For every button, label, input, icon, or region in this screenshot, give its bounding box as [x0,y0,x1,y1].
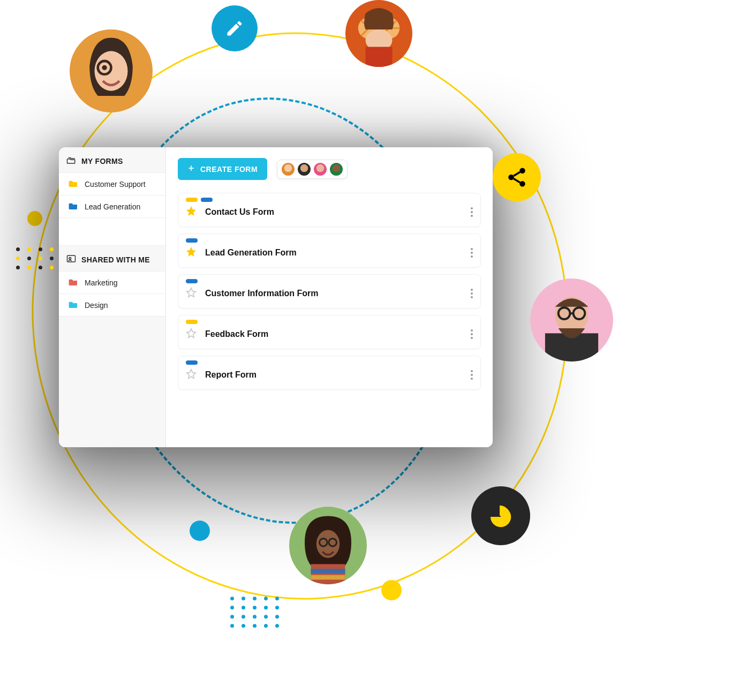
form-title: Lead Generation Form [205,248,460,258]
tag-pill [186,360,198,365]
decorative-dot [381,580,402,600]
form-tags [186,198,473,202]
form-tags [186,360,473,365]
form-row[interactable]: Lead Generation Form [178,234,481,268]
svg-point-0 [519,168,525,174]
star-icon[interactable] [186,206,197,219]
avatar [281,162,296,177]
decorative-avatar [289,507,367,584]
create-form-button[interactable]: CREATE FORM [178,158,267,180]
plus-icon [187,164,195,174]
sidebar-section-title: MY FORMS [81,157,123,165]
avatar [329,162,344,177]
form-row[interactable]: Customer Information Form [178,274,481,308]
share-icon [493,153,541,201]
decorative-dot [190,521,210,541]
star-icon[interactable] [186,287,197,300]
sidebar-section-shared: SHARED WITH ME [59,245,165,271]
pencil-icon [212,5,258,51]
tag-pill [201,198,213,202]
decorative-dot-grid [16,247,54,269]
more-options-icon[interactable] [469,205,473,219]
avatar [297,162,312,177]
decorative-avatar [530,279,613,362]
svg-rect-23 [311,564,345,584]
sidebar: MY FORMS Customer Support Lead Generatio… [59,147,166,447]
decorative-dot [27,211,42,226]
svg-point-27 [69,257,71,259]
form-row[interactable]: Report Form [178,356,481,390]
topbar: CREATE FORM [178,158,481,180]
svg-point-2 [519,181,525,187]
form-tags [186,279,473,283]
svg-point-1 [508,175,514,180]
folder-icon [69,300,78,310]
sidebar-item-label: Lead Generation [85,202,140,211]
svg-rect-12 [366,47,393,67]
sidebar-item-marketing[interactable]: Marketing [59,271,165,293]
create-form-label: CREATE FORM [200,165,258,174]
svg-point-7 [102,65,107,70]
form-title: Contact Us Form [205,207,460,217]
folder-icon [69,278,78,287]
sidebar-item-design[interactable]: Design [59,293,165,317]
form-row[interactable]: Contact Us Form [178,193,481,227]
folders-icon [66,156,76,166]
sidebar-item-label: Marketing [85,279,117,287]
main-panel: CREATE FORM Contact Us Form Lea [166,147,493,447]
form-title: Feedback Form [205,329,460,339]
sidebar-item-lead-generation[interactable]: Lead Generation [59,195,165,217]
sidebar-item-customer-support[interactable]: Customer Support [59,172,165,195]
more-options-icon[interactable] [469,246,473,260]
collaborator-avatar-group[interactable] [277,160,348,179]
sidebar-item-label: Customer Support [85,180,146,189]
tag-pill [186,198,198,202]
star-icon[interactable] [186,246,197,259]
tag-pill [186,320,198,324]
more-options-icon[interactable] [469,287,473,300]
star-icon[interactable] [186,328,197,341]
folder-icon [69,179,78,189]
decorative-avatar [345,0,412,67]
form-row[interactable]: Feedback Form [178,315,481,349]
sidebar-spacer [59,217,165,245]
shared-icon [66,254,76,265]
form-title: Report Form [205,370,460,380]
app-window: MY FORMS Customer Support Lead Generatio… [59,147,493,447]
tag-pill [186,279,198,283]
more-options-icon[interactable] [469,327,473,341]
more-options-icon[interactable] [469,368,473,382]
sidebar-section-title: SHARED WITH ME [81,255,150,264]
form-tags [186,320,473,324]
form-list: Contact Us Form Lead Generation Form Cus… [178,193,481,390]
chart-icon [471,486,530,545]
sidebar-section-my-forms: MY FORMS [59,147,165,172]
folder-icon [69,202,78,211]
star-icon[interactable] [186,368,197,381]
decorative-dot-grid [230,597,279,628]
svg-rect-25 [311,575,345,580]
sidebar-item-label: Design [85,301,108,310]
decorative-avatar [70,29,153,112]
form-tags [186,238,473,243]
svg-rect-24 [311,569,345,574]
avatar [313,162,328,177]
tag-pill [186,238,198,243]
form-title: Customer Information Form [205,289,460,298]
